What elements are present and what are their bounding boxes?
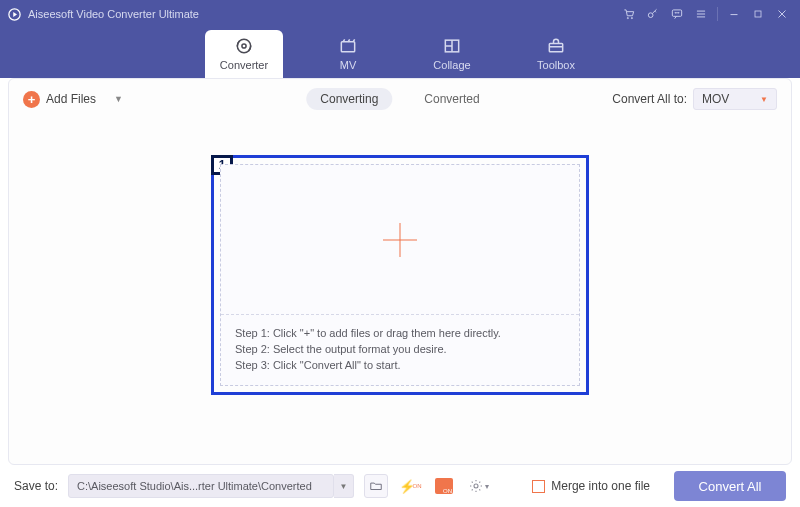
svg-point-7: [677, 12, 678, 13]
tab-collage[interactable]: Collage: [413, 30, 491, 78]
svg-rect-12: [341, 42, 354, 52]
nav-bar: Converter MV Collage Toolbox: [0, 28, 800, 78]
tab-toolbox[interactable]: Toolbox: [517, 30, 595, 78]
svg-point-6: [675, 12, 676, 13]
converter-icon: [233, 36, 255, 56]
menu-icon[interactable]: [689, 2, 713, 26]
cart-icon[interactable]: [617, 2, 641, 26]
merge-checkbox[interactable]: Merge into one file: [532, 479, 650, 493]
tab-converter[interactable]: Converter: [205, 30, 283, 78]
collage-icon: [441, 36, 463, 56]
steps: Step 1: Click "+" to add files or drag t…: [221, 315, 579, 385]
add-files-label: Add Files: [46, 92, 96, 106]
chevron-down-icon[interactable]: ▼: [114, 94, 123, 104]
svg-point-4: [648, 13, 653, 18]
title-divider: [717, 7, 718, 21]
save-to-label: Save to:: [14, 479, 58, 493]
chevron-down-icon: ▾: [485, 482, 489, 491]
chevron-down-icon: ▼: [760, 95, 768, 104]
minimize-icon[interactable]: [722, 2, 746, 26]
open-folder-button[interactable]: [364, 474, 388, 498]
format-select[interactable]: MOV ▼: [693, 88, 777, 110]
merge-label: Merge into one file: [551, 479, 650, 493]
convert-to-label: Convert All to:: [612, 92, 687, 106]
tab-label: Collage: [433, 59, 470, 71]
save-path-field[interactable]: C:\Aiseesoft Studio\Ais...rter Ultimate\…: [68, 474, 334, 498]
subtab-converting[interactable]: Converting: [306, 88, 392, 110]
on-badge-icon: [435, 478, 453, 494]
feedback-icon[interactable]: [665, 2, 689, 26]
hardware-accel-button[interactable]: ⚡ON: [398, 474, 422, 498]
convert-all-button[interactable]: Convert All: [674, 471, 786, 501]
drop-zone: Step 1: Click "+" to add files or drag t…: [220, 164, 580, 386]
svg-marker-1: [13, 12, 17, 17]
high-speed-button[interactable]: [432, 474, 456, 498]
toolbar: + Add Files ▼ Converting Converted Conve…: [9, 83, 791, 115]
path-dropdown[interactable]: ▼: [334, 474, 354, 498]
svg-point-15: [474, 484, 478, 488]
svg-point-2: [627, 18, 628, 19]
step-text: Step 3: Click "Convert All" to start.: [235, 359, 565, 371]
step-text: Step 1: Click "+" to add files or drag t…: [235, 327, 565, 339]
convert-all-to: Convert All to: MOV ▼: [612, 88, 777, 110]
tab-label: Converter: [220, 59, 268, 71]
plus-icon: +: [23, 91, 40, 108]
main-panel: + Add Files ▼ Converting Converted Conve…: [8, 78, 792, 465]
app-title: Aiseesoft Video Converter Ultimate: [28, 8, 199, 20]
maximize-icon[interactable]: [746, 2, 770, 26]
toolbox-icon: [545, 36, 567, 56]
footer: Save to: C:\Aiseesoft Studio\Ais...rter …: [0, 465, 800, 507]
title-bar: Aiseesoft Video Converter Ultimate: [0, 0, 800, 28]
step-text: Step 2: Select the output format you des…: [235, 343, 565, 355]
big-plus-icon: [383, 223, 417, 257]
tab-label: MV: [340, 59, 357, 71]
settings-button[interactable]: ▾: [466, 474, 490, 498]
svg-point-11: [242, 44, 246, 48]
svg-point-8: [678, 12, 679, 13]
mv-icon: [337, 36, 359, 56]
format-value: MOV: [702, 92, 729, 106]
drop-highlight: 1 Step 1: Click "+" to add files or drag…: [211, 155, 589, 395]
app-logo-icon: [6, 6, 22, 22]
status-tabs: Converting Converted: [306, 88, 493, 110]
tab-label: Toolbox: [537, 59, 575, 71]
key-icon[interactable]: [641, 2, 665, 26]
close-icon[interactable]: [770, 2, 794, 26]
add-files-button[interactable]: + Add Files ▼: [23, 91, 123, 108]
checkbox-icon: [532, 480, 545, 493]
svg-rect-9: [755, 11, 761, 17]
tab-mv[interactable]: MV: [309, 30, 387, 78]
drop-area[interactable]: [221, 165, 579, 315]
svg-point-3: [631, 18, 632, 19]
subtab-converted[interactable]: Converted: [410, 88, 493, 110]
svg-rect-14: [549, 44, 562, 52]
